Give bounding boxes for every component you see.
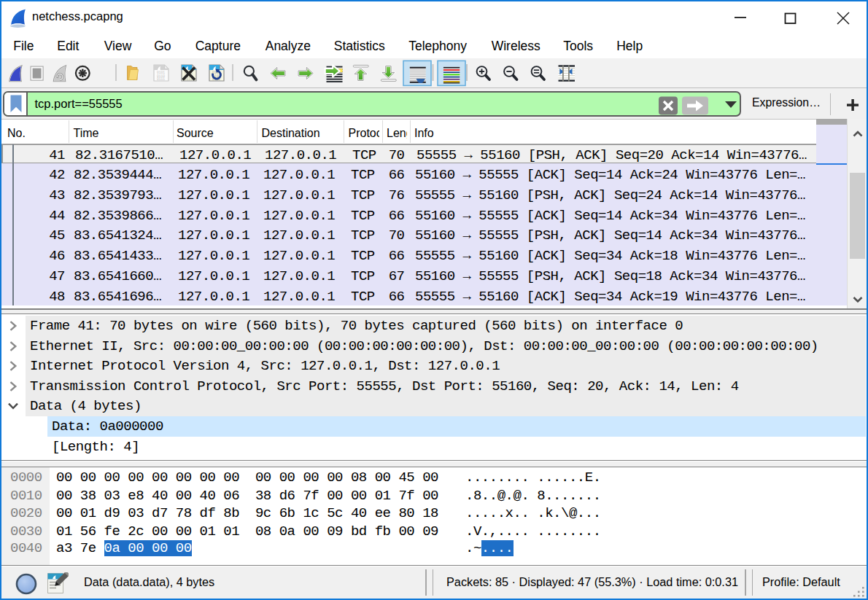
svg-text:0111: 0111 [157, 77, 165, 81]
